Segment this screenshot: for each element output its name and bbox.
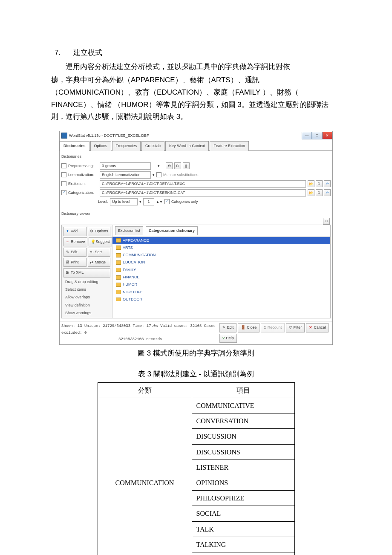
window-maximize-button[interactable]: □ [312,132,322,139]
toxml-button[interactable]: 🗎To XML [63,268,110,277]
status-recount-button[interactable]: ΣRecount [261,323,285,332]
print-button[interactable]: 🖶Print [63,258,86,267]
item-cell: TALKING [192,537,294,552]
cat-undo-icon[interactable]: ↶ [324,189,331,196]
folder-icon [116,246,121,250]
cat-new-icon[interactable]: 🗋 [316,189,323,196]
tree-item[interactable]: FAMILY [112,266,330,274]
maximize-panel-icon[interactable]: □ [323,218,330,225]
item-cell: TALK [192,521,294,537]
app-window: WordStat v5.1.13c - DOCTITLES_EXCEL.DBF … [59,131,333,345]
section-label: Dictionaries [61,153,332,160]
categories-only-label: Categories only [171,199,198,205]
cat-open-icon[interactable]: 📂 [308,189,314,196]
item-cell: UNDERSTANDING [192,552,294,555]
status-edit-button[interactable]: ✎Edit [219,323,237,332]
exclusion-open-icon[interactable]: 📂 [308,180,314,187]
subtab-categorization[interactable]: Categorization dictionary [146,226,198,235]
exclusion-new-icon[interactable]: 🗋 [316,180,323,187]
remove-button[interactable]: −Remove [63,237,87,246]
exclusion-label: Exclusion: [68,181,98,187]
folder-icon [116,238,121,243]
level-label: Level: [98,199,108,205]
status-line-1: Shown: 13 Unique: 21729/348033 Time: 17.… [61,323,219,336]
help-icon: ? [222,335,225,341]
tab-crosstab[interactable]: Crosstab [141,141,164,150]
category-tree[interactable]: APPEARANCE ARTS COMMUNICATION EDUCATION … [112,237,330,301]
exclusion-field[interactable]: C:\PROGRA~1\PROVAL~1\DICT\DEFAULT.EXC [100,180,306,188]
level-num[interactable]: 1 [143,198,154,205]
window-close-button[interactable]: ✕ [322,132,332,139]
category-cell: COMMUNICATION [98,398,192,555]
folder-icon [116,275,121,280]
tree-item[interactable]: HUMOR [112,281,330,288]
tab-options[interactable]: Options [90,141,111,150]
tree-item[interactable]: NIGHTLIFE [112,289,330,296]
tree-item[interactable]: FINANCE [112,274,330,281]
item-cell: PHILOSOPHIZE [192,491,294,506]
main-tabs: Dictionaries Options Frequencies Crossta… [60,141,332,150]
status-cancel-button[interactable]: ✕Cancel [306,323,329,332]
folder-icon [116,290,121,294]
tab-frequencies[interactable]: Frequencies [112,141,141,150]
categorization-field[interactable]: C:\PROGRA~1\PROVAL~1\DICT\SEEKING.CAT [100,189,306,197]
window-minimize-button[interactable]: — [302,132,312,139]
categorization-label: Categorization: [68,190,98,196]
status-filter-button[interactable]: ▽Filter [286,323,305,332]
th-category: 分類 [98,382,192,398]
item-cell: CONVERSATION [192,413,294,429]
item-cell: DISCUSSION [192,429,294,444]
exclusion-checkbox[interactable] [61,181,66,186]
figure-caption: 圖 3 模式所使用的字典字詞分類準則 [51,347,341,360]
filter-icon: ▽ [289,324,292,331]
folder-icon [116,283,121,287]
tree-item[interactable]: OUTDOOR [112,296,330,301]
paragraph-2: 據，字典中可分為外觀（APPARENCE）、藝術（ARTS）、通訊（COMMUN… [51,74,341,124]
level-field[interactable]: Up to level [110,198,138,205]
status-line-2: 32108/32108 records [61,336,219,343]
paragraph-1: 運用內容分析法建立分析模式，並以探勘工具中的字典做為字詞比對依 [51,61,341,73]
tree-item[interactable]: COMMUNICATION [112,251,330,259]
edit-button[interactable]: ✎Edit [63,248,86,257]
monitor-subs-checkbox[interactable] [156,172,161,177]
item-cell: DISCUSSIONS [192,444,294,460]
th-item: 項目 [192,382,294,398]
categories-only-checkbox[interactable] [164,199,170,204]
item7-title: 建立模式 [73,47,341,59]
categorization-checkbox[interactable] [61,190,66,195]
item-cell: LISTENER [192,460,294,475]
tree-item[interactable]: APPEARANCE [112,237,330,244]
exclusion-undo-icon[interactable]: ↶ [324,180,331,187]
tab-dictionaries[interactable]: Dictionaries [60,141,89,150]
dictionary-viewer-label: Dictionary viewer [61,211,332,217]
tab-kwic[interactable]: Key-Word-In-Context [165,141,209,150]
folder-icon [116,298,121,301]
add-button[interactable]: +Add [63,227,86,236]
lemmatization-label: Lemmatization: [68,172,98,178]
tab-feature-extraction[interactable]: Feature Extraction [210,141,249,150]
subtab-exclusion[interactable]: Exclusion list [115,226,143,235]
preproc-icon-2[interactable]: 🗋 [174,162,181,169]
table-caption: 表 3 關聯法則建立 - 以通訊類別為例 [51,368,341,381]
preproc-icon-3[interactable]: 🗑 [183,162,190,169]
window-title: WordStat v5.1.13c - DOCTITLES_EXCEL.DBF [69,133,149,139]
lemmatization-field[interactable]: English Lemmatization [100,171,151,179]
tree-item[interactable]: ARTS [112,244,330,251]
preprocessing-checkbox[interactable] [61,163,66,168]
preproc-icon-1[interactable]: ⚙ [166,162,173,169]
options-button[interactable]: ⚙Options [88,227,111,236]
app-icon [61,133,67,139]
recount-icon: Σ [264,324,266,331]
preprocessing-label: Preprocessing: [68,163,98,169]
status-help-button[interactable]: ?Help [219,334,237,343]
association-table: 分類 項目 COMMUNICATION COMMUNICATIVE CONVER… [98,382,295,555]
preprocessing-field[interactable]: 3-grams [100,162,151,170]
suggest-button[interactable]: 💡Suggest [89,237,112,246]
lemmatization-checkbox[interactable] [61,172,66,177]
folder-icon [116,260,121,265]
sort-button[interactable]: A↓Sort [88,248,111,257]
merge-button[interactable]: ⇄Merge [88,258,111,267]
tree-item[interactable]: EDUCATION [112,259,330,266]
edit-icon: ✎ [222,324,226,331]
status-close-button[interactable]: 🚪Close [238,323,259,332]
